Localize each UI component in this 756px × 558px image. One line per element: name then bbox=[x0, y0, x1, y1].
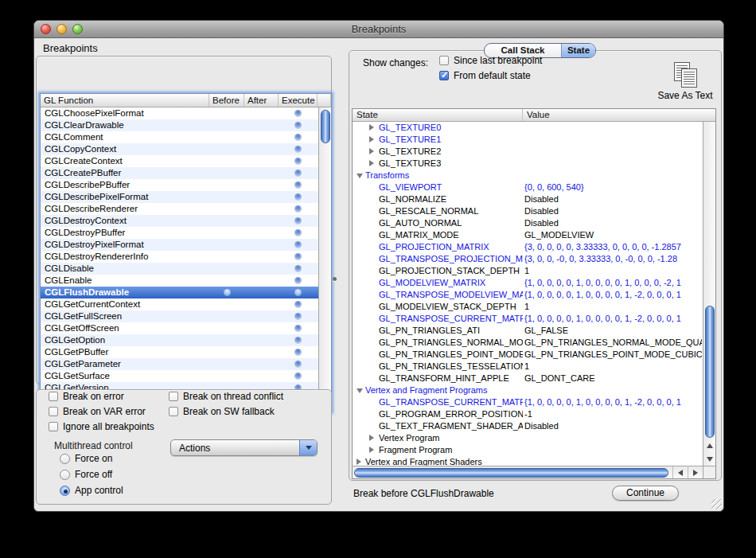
function-row[interactable]: CGLChoosePixelFormat bbox=[41, 107, 318, 119]
breakpoint-orb-icon[interactable] bbox=[294, 349, 302, 356]
function-row[interactable]: CGLDestroyContext bbox=[41, 215, 318, 227]
function-row[interactable]: CGLCreateContext bbox=[41, 155, 318, 167]
before-breakpoint-cell[interactable] bbox=[209, 203, 244, 215]
state-row[interactable]: GL_PN_TRIANGLES_TESSELATION_LEVEL_ATI1 bbox=[353, 361, 703, 373]
checkbox-since-last-breakpoint[interactable]: Since last breakpoint bbox=[439, 55, 542, 66]
before-breakpoint-cell[interactable] bbox=[209, 275, 244, 287]
function-row[interactable]: CGLGetCurrentContext bbox=[41, 299, 318, 310]
after-breakpoint-cell[interactable] bbox=[244, 203, 279, 215]
scroll-up-button[interactable] bbox=[703, 439, 715, 452]
disclosure-triangle-icon[interactable] bbox=[369, 447, 374, 453]
after-breakpoint-cell[interactable] bbox=[244, 358, 279, 370]
resize-grip-icon[interactable] bbox=[711, 499, 722, 509]
after-breakpoint-cell[interactable] bbox=[244, 215, 279, 227]
after-breakpoint-cell[interactable] bbox=[244, 239, 279, 251]
zoom-button[interactable] bbox=[72, 24, 83, 34]
checkbox-glyph[interactable] bbox=[169, 407, 178, 416]
state-row[interactable]: GL_TRANSPOSE_MODELVIEW_MATRIX_ARB{1, 0, … bbox=[353, 289, 703, 301]
breakpoint-orb-icon[interactable] bbox=[294, 181, 302, 189]
before-breakpoint-cell[interactable] bbox=[209, 251, 244, 263]
breakpoint-orb-icon[interactable] bbox=[294, 134, 302, 141]
scrollbar-thumb[interactable] bbox=[705, 306, 715, 438]
before-breakpoint-cell[interactable] bbox=[209, 299, 244, 310]
breakpoint-orb-icon[interactable] bbox=[294, 277, 302, 284]
before-breakpoint-cell[interactable] bbox=[209, 322, 244, 334]
state-row[interactable]: GL_TEXTURE2 bbox=[353, 146, 703, 158]
function-row[interactable]: CGLComment bbox=[41, 131, 318, 143]
before-breakpoint-cell[interactable] bbox=[209, 287, 244, 299]
checkbox-glyph[interactable] bbox=[439, 56, 449, 65]
radio-glyph[interactable] bbox=[60, 486, 70, 496]
function-row[interactable]: CGLDestroyPixelFormat bbox=[41, 239, 318, 251]
checkbox-glyph[interactable] bbox=[169, 392, 178, 401]
function-list-scrollbar[interactable] bbox=[318, 107, 331, 412]
state-row[interactable]: GL_PN_TRIANGLES_NORMAL_MODE_ATIGL_PN_TRI… bbox=[353, 337, 703, 349]
checkbox-break-on-var-error[interactable]: Break on VAR error bbox=[49, 406, 146, 417]
function-row[interactable]: CGLGetOption bbox=[41, 334, 318, 346]
execute-cell[interactable] bbox=[279, 299, 318, 310]
execute-cell[interactable] bbox=[279, 191, 318, 203]
after-breakpoint-cell[interactable] bbox=[244, 107, 279, 119]
state-row[interactable]: GL_TRANSPOSE_CURRENT_MATRIX_ARB{1, 0, 0,… bbox=[353, 313, 703, 325]
column-header-after[interactable]: After bbox=[244, 94, 279, 107]
radio-force-off[interactable]: Force off bbox=[60, 469, 112, 480]
breakpoint-orb-icon[interactable] bbox=[294, 110, 302, 117]
disclosure-triangle-icon[interactable] bbox=[357, 174, 363, 178]
function-row[interactable]: CGLGetSurface bbox=[41, 370, 318, 382]
after-breakpoint-cell[interactable] bbox=[244, 119, 279, 131]
state-table-hscrollbar[interactable] bbox=[353, 466, 703, 478]
radio-glyph[interactable] bbox=[60, 470, 70, 480]
execute-cell[interactable] bbox=[279, 119, 318, 131]
checkbox-break-on-error[interactable]: Break on error bbox=[49, 391, 124, 402]
function-row[interactable]: CGLGetOffScreen bbox=[41, 322, 318, 334]
execute-cell[interactable] bbox=[279, 131, 318, 143]
breakpoint-orb-icon[interactable] bbox=[224, 289, 231, 296]
function-row[interactable]: CGLDescribePixelFormat bbox=[41, 191, 318, 203]
execute-cell[interactable] bbox=[279, 143, 318, 155]
breakpoint-orb-icon[interactable] bbox=[294, 122, 302, 129]
checkbox-from-default-state[interactable]: From default state bbox=[439, 70, 531, 81]
execute-cell[interactable] bbox=[279, 370, 318, 382]
after-breakpoint-cell[interactable] bbox=[244, 299, 279, 310]
column-header-gl-function[interactable]: GL Function bbox=[41, 94, 209, 107]
after-breakpoint-cell[interactable] bbox=[244, 322, 279, 334]
execute-cell[interactable] bbox=[279, 310, 318, 322]
breakpoint-orb-icon[interactable] bbox=[294, 361, 302, 368]
execute-cell[interactable] bbox=[279, 227, 318, 239]
checkbox-break-on-thread-conflict[interactable]: Break on thread conflict bbox=[169, 391, 283, 402]
state-row[interactable]: Fragment Program bbox=[353, 444, 703, 456]
state-row[interactable]: GL_MODELVIEW_STACK_DEPTH1 bbox=[353, 301, 703, 313]
before-breakpoint-cell[interactable] bbox=[209, 131, 244, 143]
function-row[interactable]: CGLCopyContext bbox=[41, 143, 318, 155]
tab-state[interactable]: State bbox=[562, 44, 595, 57]
state-row[interactable]: GL_TEXTURE0 bbox=[353, 122, 703, 134]
execute-cell[interactable] bbox=[279, 251, 318, 263]
breakpoint-orb-icon[interactable] bbox=[294, 373, 302, 380]
before-breakpoint-cell[interactable] bbox=[209, 167, 244, 179]
execute-cell[interactable] bbox=[279, 203, 318, 215]
execute-cell[interactable] bbox=[279, 155, 318, 167]
breakpoint-orb-icon[interactable] bbox=[294, 158, 302, 165]
state-row[interactable]: GL_PROGRAM_ERROR_POSITION_ARB-1 bbox=[353, 408, 703, 420]
checkbox-glyph[interactable] bbox=[439, 71, 449, 80]
function-row[interactable]: CGLClearDrawable bbox=[41, 119, 318, 131]
function-row[interactable]: CGLGetParameter bbox=[41, 358, 318, 370]
after-breakpoint-cell[interactable] bbox=[244, 334, 279, 346]
scroll-right-button[interactable] bbox=[688, 466, 703, 478]
breakpoint-orb-icon[interactable] bbox=[294, 325, 302, 332]
state-table-vscrollbar[interactable] bbox=[703, 122, 715, 466]
function-row[interactable]: CGLDisable bbox=[41, 263, 318, 275]
after-breakpoint-cell[interactable] bbox=[244, 346, 279, 358]
execute-cell[interactable] bbox=[279, 263, 318, 275]
state-row[interactable]: GL_TRANSPOSE_PROJECTION_MATRIX_ARB{3, 0,… bbox=[353, 253, 703, 265]
scroll-down-button[interactable] bbox=[703, 452, 715, 466]
disclosure-triangle-icon[interactable] bbox=[369, 136, 374, 142]
state-row[interactable]: GL_PN_TRIANGLES_POINT_MODE_ATIGL_PN_TRIA… bbox=[353, 349, 703, 361]
state-row[interactable]: GL_TEXTURE1 bbox=[353, 134, 703, 146]
breakpoint-orb-icon[interactable] bbox=[294, 301, 302, 308]
after-breakpoint-cell[interactable] bbox=[244, 370, 279, 382]
breakpoint-orb-icon[interactable] bbox=[294, 205, 302, 213]
function-row[interactable]: CGLDescribePBuffer bbox=[41, 179, 318, 191]
state-row[interactable]: GL_AUTO_NORMALDisabled bbox=[353, 217, 703, 229]
continue-button[interactable]: Continue bbox=[612, 486, 679, 501]
